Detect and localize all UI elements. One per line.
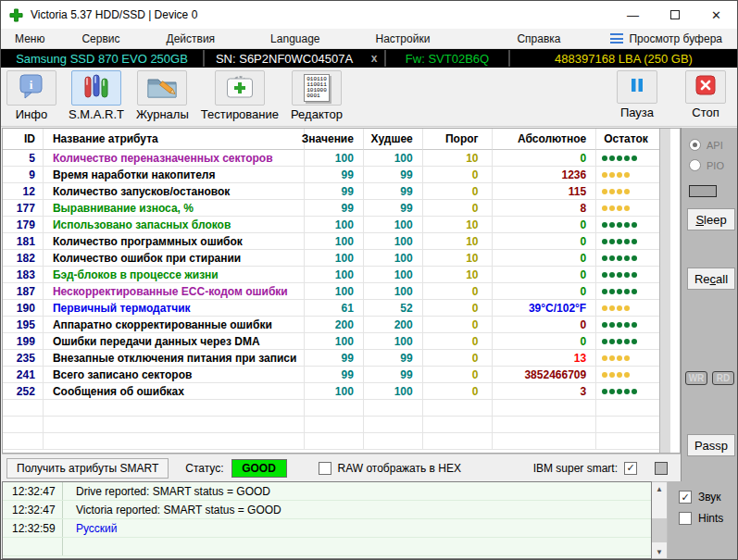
table-scrollbar[interactable] [659,129,670,453]
attr-absolute-cell: 0 [493,333,597,350]
logs-label: Журналы [136,107,189,121]
api-radio-row[interactable]: API [689,139,723,151]
table-row[interactable]: 177Выравнивание износа, %999908 [3,200,659,217]
attr-name-cell: Нескорректированные ECC-кодом ошибки [44,283,305,300]
attr-name-cell: Всего записано секторов [44,367,305,383]
header-worst[interactable]: Худшее [364,129,423,150]
hints-option[interactable]: Hints [679,512,738,525]
attr-value-cell: 61 [305,300,364,317]
table-row[interactable]: 235Внезапные отключения питания при запи… [3,350,659,367]
attr-absolute-cell: 13 [493,350,597,367]
empty-cell [3,417,44,433]
header-name[interactable]: Название атрибута [44,129,305,150]
menu-item-help[interactable]: Справка [511,32,566,45]
ibm-super-smart-checkbox[interactable] [624,462,637,475]
passp-button[interactable]: Passp [687,434,735,456]
editor-button[interactable]: 010110 110011 101000 0001 Редактор [291,70,343,121]
sound-checkbox[interactable] [679,491,692,504]
health-dot [617,389,622,394]
health-dot [609,156,615,161]
api-radio[interactable] [689,139,701,151]
log-list: 12:32:47Drive reported: SMART status = G… [2,481,652,559]
log-time: 12:32:59 [3,522,62,535]
get-smart-attributes-button[interactable]: Получить атрибуты SMART [6,458,169,479]
health-dot [624,305,630,311]
empty-cell [596,433,659,450]
attr-worst-cell: 100 [364,250,423,267]
attr-name-cell: Бэд-блоков в процессе жизни [44,267,305,283]
header-value[interactable]: Значение [305,129,364,150]
smart-label: S.M.A.R.T [69,107,124,121]
scroll-up-icon[interactable]: ▲ [656,482,663,495]
log-scrollbar[interactable]: ▲ ▼ [652,481,668,559]
menu-item-service[interactable]: Сервис [76,32,125,45]
log-message [62,538,651,555]
table-row[interactable]: 195Аппаратно скорректированные ошибки200… [3,317,659,333]
header-health[interactable]: Остаток [596,129,659,150]
scroll-thumb[interactable] [652,518,667,542]
stop-button[interactable]: Стоп [685,70,726,119]
recall-button[interactable]: Recall [687,268,735,290]
table-row[interactable]: 183Бэд-блоков в процессе жизни100100100 [3,267,659,283]
table-row[interactable]: 199Ошибки передачи данных через DMA10010… [3,333,659,350]
table-row[interactable]: 187Нескорректированные ECC-кодом ошибки1… [3,283,659,300]
attr-threshold-cell: 0 [423,300,493,317]
wr-button[interactable]: WR [685,371,707,385]
smart-status-badge: GOOD [231,459,287,478]
smart-status-bar: Получить атрибуты SMART Статус: GOOD RAW… [2,454,681,481]
log-message: Victoria reported: SMART status = GOOD [62,501,651,518]
drive-tab-close[interactable]: x [364,49,384,68]
health-dot [609,339,615,344]
empty-cell [423,433,493,450]
header-id[interactable]: ID [3,129,44,150]
buffer-view-button[interactable]: Просмотр буфера [605,32,728,45]
attr-value-cell: 100 [305,283,364,300]
menu-item-language[interactable]: Language [265,32,325,45]
menu-item-settings[interactable]: Настройки [370,32,436,45]
table-row[interactable]: 5Количество переназначенных секторов1001… [3,150,659,167]
table-row[interactable]: 252Сообщения об ошибках10010003 [3,383,659,400]
attr-value-cell: 100 [305,233,364,250]
health-dot [617,222,622,228]
menu-item-actions[interactable]: Действия [161,32,221,45]
log-area: 12:32:47Drive reported: SMART status = G… [2,481,738,559]
logs-button[interactable]: Журналы [136,70,189,121]
minimize-button[interactable]: — [612,1,654,29]
test-button[interactable]: Тестирование [201,70,279,121]
table-row[interactable]: 182Количество ошибок при стирании1001001… [3,250,659,267]
ibm-extra-checkbox[interactable] [655,462,668,475]
table-row[interactable]: 12Количество запусков/остановок99990115 [3,183,659,200]
attr-threshold-cell: 0 [423,383,493,400]
pio-radio-row[interactable]: PIO [689,159,724,171]
close-button[interactable]: ✕ [695,1,737,29]
table-row[interactable]: 241Всего записано секторов99990385246670… [3,367,659,383]
maximize-button[interactable] [654,1,695,29]
attr-value-cell: 100 [305,250,364,267]
pause-button[interactable]: Пауза [617,70,657,119]
table-row[interactable]: 9Время наработки накопителя999901236 [3,167,659,183]
scroll-down-icon[interactable]: ▼ [656,545,663,558]
attr-health-cell [596,333,659,350]
header-absolute[interactable]: Абсолютное [493,129,597,150]
smart-button[interactable]: S.M.A.R.T [69,70,124,121]
hints-checkbox[interactable] [679,512,692,525]
pio-radio[interactable] [689,159,701,171]
health-dot [632,272,637,278]
smart-vials-icon [82,74,110,103]
sound-option[interactable]: Звук [679,491,738,504]
sleep-button[interactable]: Sleep [687,208,735,230]
menu-item-menu[interactable]: Меню [9,32,50,45]
table-row[interactable]: 190Первичный термодатчик6152039°C/102°F [3,300,659,317]
header-threshold[interactable]: Порог [423,129,493,150]
table-row[interactable]: 181Количество программных ошибок10010010… [3,233,659,250]
raw-hex-checkbox[interactable] [319,462,331,475]
rd-button[interactable]: RD [712,371,734,385]
health-dot [602,189,607,194]
table-row[interactable]: 179Использовано запасных блоков100100100 [3,217,659,233]
attr-id-cell: 179 [3,217,44,233]
info-button[interactable]: i Инфо [6,70,56,121]
attr-threshold-cell: 0 [423,167,493,183]
health-dot [602,255,607,261]
attr-id-cell: 5 [3,150,44,167]
scroll-track[interactable] [652,495,667,545]
